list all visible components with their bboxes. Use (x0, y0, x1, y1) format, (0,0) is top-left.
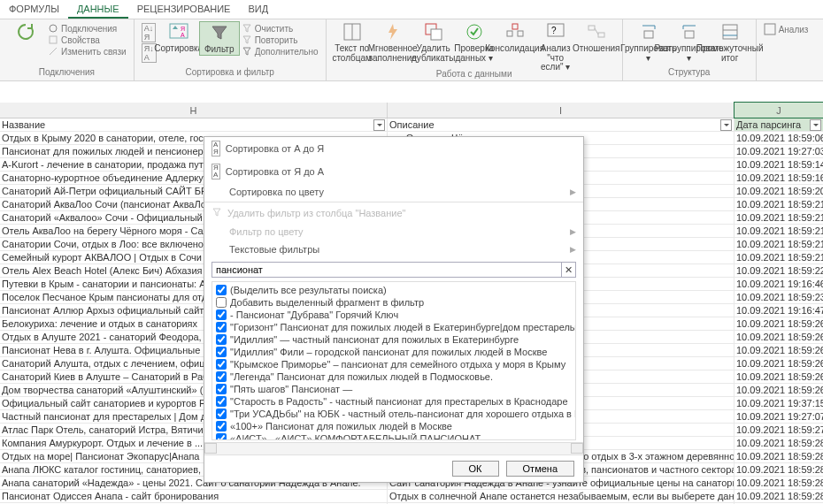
consolidate-button[interactable]: Консолидация (495, 21, 535, 54)
cell[interactable]: Пансионат Одиссея Анапа - сайт бронирова… (0, 490, 388, 502)
cell[interactable]: 10.09.2021 18:59:28 (735, 490, 823, 502)
filter-item-check[interactable] (216, 347, 227, 357)
filter-item-label: "Пять шагов" Пансионат — (230, 384, 352, 394)
table-row[interactable]: Пансионат Одиссея Анапа - сайт бронирова… (0, 490, 823, 503)
filter-item-label: - Пансионат "Дубрава" Горячий Ключ (230, 309, 398, 320)
table-header-row: Название Описание Дата парсинга (0, 118, 823, 132)
tab-data[interactable]: ДАННЫЕ (68, 0, 128, 19)
cell[interactable]: 10.09.2021 19:16:47 (735, 304, 823, 317)
cell[interactable]: 10.09.2021 18:59:21 (735, 211, 823, 224)
sort-color-item[interactable]: Сортировка по цвету▶ (204, 183, 583, 201)
sort-az-item[interactable]: АЯСортировка от А до Я (204, 137, 583, 160)
filter-item-check[interactable] (216, 309, 227, 320)
search-input[interactable] (212, 262, 562, 278)
connections-caption: Подключения (5, 67, 128, 79)
svg-rect-16 (598, 33, 604, 37)
cell[interactable]: 10.09.2021 18:59:26 (735, 344, 823, 356)
filter-item-check[interactable] (216, 334, 227, 345)
text-to-columns-button[interactable]: Текст по столбцам (332, 21, 373, 63)
header-desc-cell: Описание (388, 118, 735, 131)
whatif-icon: ? (545, 21, 566, 42)
properties-item[interactable]: Свойства (48, 34, 127, 45)
tab-formulas[interactable]: ФОРМУЛЫ (0, 0, 68, 19)
edit-links-item[interactable]: Изменить связи (48, 46, 127, 57)
filter-button-I[interactable] (720, 119, 732, 131)
cancel-button[interactable]: Отмена (506, 461, 574, 477)
refresh-all-button[interactable] (5, 21, 46, 42)
filter-item-check[interactable] (216, 409, 227, 419)
svg-rect-20 (723, 25, 737, 39)
search-clear-button[interactable]: ✕ (562, 262, 576, 278)
add-selection-check[interactable] (216, 297, 227, 308)
cell[interactable]: Отдых в солнечной Анапе останется незабы… (388, 490, 735, 502)
filter-item-check[interactable] (216, 359, 227, 370)
remove-duplicates-button[interactable]: Удалить дубликаты (413, 21, 454, 63)
whatif-button[interactable]: ?Анализ "что если" ▾ (535, 21, 576, 73)
tab-view[interactable]: ВИД (239, 0, 277, 19)
filter-button-H[interactable] (373, 119, 385, 131)
cell[interactable]: 10.09.2021 18:59:27 (735, 424, 823, 436)
data-validation-button[interactable]: Проверка данных ▾ (454, 21, 495, 63)
select-all-check[interactable] (216, 285, 227, 295)
filter-button[interactable]: Фильтр (199, 21, 240, 56)
cell[interactable]: 10.09.2021 18:59:21 (735, 251, 823, 263)
cell[interactable]: 10.09.2021 18:59:28 (735, 477, 823, 489)
header-date-cell: Дата парсинга (735, 118, 823, 131)
cell[interactable]: 10.09.2021 18:59:26 (735, 331, 823, 343)
cell[interactable]: 10.09.2021 18:59:26 (735, 317, 823, 330)
col-header-I[interactable]: I (388, 103, 735, 118)
tab-review[interactable]: РЕЦЕНЗИРОВАНИЕ (128, 0, 240, 19)
sort-za-item[interactable]: ЯАСортировка от Я до А (204, 160, 583, 183)
cell[interactable]: 10.09.2021 18:59:20 (735, 185, 823, 197)
filter-checklist[interactable]: (Выделить все результаты поиска) Добавит… (212, 281, 576, 440)
cell[interactable]: 10.09.2021 18:59:28 (735, 463, 823, 476)
filter-item-check[interactable] (216, 384, 227, 394)
sort-az-button[interactable]: А↓Я (142, 23, 157, 42)
cell[interactable]: 10.09.2021 18:59:21 (735, 238, 823, 250)
filter-item-check[interactable] (216, 396, 227, 407)
filter-item-label: "Три УСАДЬбы" на ЮБК - частный отель-пан… (230, 409, 576, 419)
filter-item-check[interactable] (216, 322, 227, 332)
cell[interactable]: 10.09.2021 18:59:06 (735, 132, 823, 144)
cell[interactable]: 10.09.2021 19:16:46 (735, 278, 823, 290)
subtotal-button[interactable]: Промежуточный итог (710, 21, 750, 63)
ribbon: Подключения Свойства Изменить связи Подк… (0, 19, 823, 81)
cell[interactable]: 10.09.2021 18:59:26 (735, 357, 823, 370)
relationships-button[interactable]: Отношения (576, 21, 617, 54)
sort-az-icon: АЯ (212, 141, 220, 157)
filter-item-check[interactable] (216, 433, 227, 440)
clear-filter-item[interactable]: Очистить (242, 23, 319, 34)
filter-button-J[interactable] (810, 119, 821, 131)
filter-item-check[interactable] (216, 421, 227, 431)
cell[interactable]: 10.09.2021 18:59:16 (735, 172, 823, 184)
filter-item-check[interactable] (216, 371, 227, 382)
cell[interactable]: 10.09.2021 19:27:03 (735, 145, 823, 157)
cell[interactable]: 10.09.2021 19:37:15 (735, 397, 823, 409)
advanced-item[interactable]: Дополнительно (242, 46, 319, 57)
flash-fill-button[interactable]: Мгновенное заполнение (373, 21, 413, 63)
consolidate-icon (504, 21, 526, 42)
reapply-item[interactable]: Повторить (242, 34, 319, 45)
col-header-J[interactable]: J (735, 103, 823, 118)
cell[interactable]: 10.09.2021 19:27:07 (735, 410, 823, 423)
cell[interactable]: 10.09.2021 18:59:23 (735, 291, 823, 303)
filter-item-label: «АИСТ» - «АИСТ» КОМФОРТАБЕЛЬНЫЙ ПАНСИОНА… (230, 433, 481, 440)
connections-item[interactable]: Подключения (48, 23, 127, 34)
sort-button[interactable]: ЯА Сортировка (158, 21, 199, 54)
svg-rect-15 (588, 26, 595, 30)
cell[interactable]: 10.09.2021 18:59:28 (735, 437, 823, 449)
cell[interactable]: 10.09.2021 18:59:28 (735, 450, 823, 462)
cell[interactable]: 10.09.2021 18:59:26 (735, 370, 823, 383)
analysis-item[interactable]: Анализ (764, 23, 809, 35)
cell[interactable]: 10.09.2021 18:59:26 (735, 384, 823, 396)
cell[interactable]: 10.09.2021 18:59:14 (735, 158, 823, 171)
cell[interactable]: 10.09.2021 18:59:21 (735, 198, 823, 210)
ok-button[interactable]: ОК (452, 461, 499, 477)
filter-icon (209, 22, 230, 43)
cell[interactable]: 10.09.2021 18:59:21 (735, 225, 823, 237)
text-filters-item[interactable]: Текстовые фильтры▶ (204, 241, 583, 258)
checklist-hscrollbar[interactable] (204, 442, 583, 454)
cell[interactable]: 10.09.2021 18:59:22 (735, 264, 823, 277)
outline-caption: Структура (628, 67, 750, 79)
col-header-H[interactable]: H (0, 103, 388, 118)
